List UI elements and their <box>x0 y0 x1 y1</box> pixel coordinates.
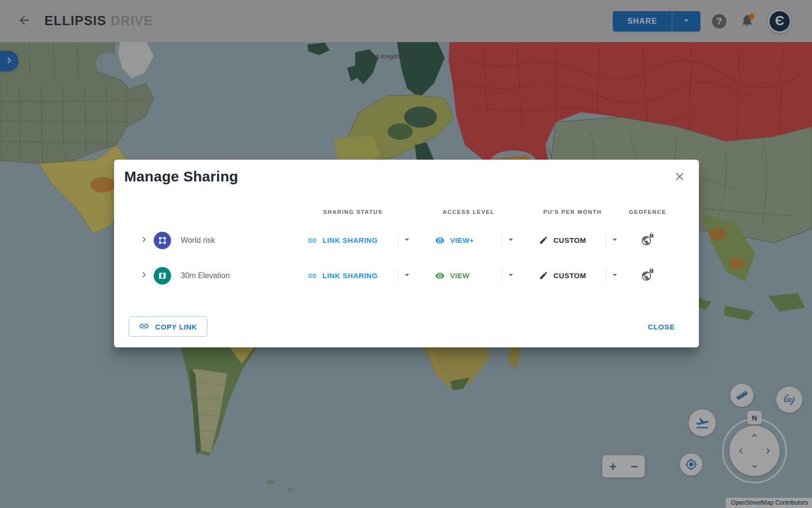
column-header-pus-per-month: PU'S PER MONTH <box>521 209 624 215</box>
pus-per-month-cell: CUSTOM <box>521 223 624 258</box>
raster-layer-icon <box>154 267 171 284</box>
table-header-row: SHARING STATUS ACCESS LEVEL PU'S PER MON… <box>134 206 699 218</box>
manage-sharing-dialog: Manage Sharing SHARING STATUS ACCESS LEV… <box>114 160 699 347</box>
sharing-status-cell: LINK SHARING <box>289 223 417 258</box>
access-level-cell: VIEW+ <box>417 223 521 258</box>
copy-link-label: COPY LINK <box>155 323 197 331</box>
geofence-cell <box>624 266 671 285</box>
link-icon <box>139 321 149 333</box>
sharing-table: SHARING STATUS ACCESS LEVEL PU'S PER MON… <box>114 206 699 293</box>
eye-icon <box>435 236 445 245</box>
sharing-status-dropdown-button[interactable] <box>398 267 416 284</box>
dialog-close-button[interactable] <box>673 170 686 184</box>
sharing-status-cell: LINK SHARING <box>289 258 417 293</box>
chevron-right-icon <box>139 234 149 246</box>
caret-down-icon <box>506 269 516 282</box>
layer-name: 30m Elevation <box>181 271 289 280</box>
link-icon <box>307 236 317 245</box>
expand-row-button[interactable] <box>134 266 154 285</box>
copy-link-button[interactable]: COPY LINK <box>129 316 207 337</box>
caret-down-icon <box>609 234 620 246</box>
access-level-cell: VIEW <box>417 258 521 293</box>
pus-per-month-cell: CUSTOM <box>521 258 624 293</box>
column-header-geofence: GEOFENCE <box>624 209 671 215</box>
eye-icon <box>435 271 445 281</box>
geofence-lock-button[interactable] <box>638 231 657 250</box>
caret-down-icon <box>506 234 516 246</box>
caret-down-icon <box>402 234 412 246</box>
vector-layer-icon <box>154 232 171 249</box>
geofence-cell <box>624 231 671 250</box>
globe-lock-icon <box>640 232 655 248</box>
access-level-dropdown-button[interactable] <box>502 267 520 284</box>
column-header-sharing-status: SHARING STATUS <box>289 209 417 215</box>
chevron-right-icon <box>139 269 149 282</box>
expand-row-button[interactable] <box>134 231 154 250</box>
access-level-button[interactable]: VIEW+ <box>450 236 474 244</box>
close-icon <box>673 170 686 184</box>
sharing-status-dropdown-button[interactable] <box>398 232 416 249</box>
sharing-status-button[interactable]: LINK SHARING <box>322 271 377 280</box>
sharing-status-button[interactable]: LINK SHARING <box>322 236 377 244</box>
pencil-icon <box>539 271 548 280</box>
pus-dropdown-button[interactable] <box>606 267 624 284</box>
caret-down-icon <box>609 269 620 282</box>
geofence-lock-button[interactable] <box>638 266 657 285</box>
link-icon <box>307 271 317 281</box>
dialog-close-text-button[interactable]: CLOSE <box>645 319 678 335</box>
pus-per-month-button[interactable]: CUSTOM <box>553 236 586 244</box>
table-row: World risk LINK SHARING VIEW+ CUSTOM <box>134 223 699 258</box>
column-header-access-level: ACCESS LEVEL <box>417 209 521 215</box>
globe-lock-icon <box>640 268 655 284</box>
dialog-footer: COPY LINK CLOSE <box>129 316 678 337</box>
app-window: United Kingdom 3D + − N <box>0 0 812 508</box>
layer-name: World risk <box>181 236 289 245</box>
table-row: 30m Elevation LINK SHARING VIEW CUSTOM <box>134 258 699 293</box>
pencil-icon <box>539 236 548 245</box>
dialog-title: Manage Sharing <box>124 168 238 185</box>
pus-per-month-button[interactable]: CUSTOM <box>553 271 586 280</box>
pus-dropdown-button[interactable] <box>606 232 624 249</box>
access-level-button[interactable]: VIEW <box>450 271 469 280</box>
access-level-dropdown-button[interactable] <box>502 232 520 249</box>
caret-down-icon <box>402 269 412 282</box>
